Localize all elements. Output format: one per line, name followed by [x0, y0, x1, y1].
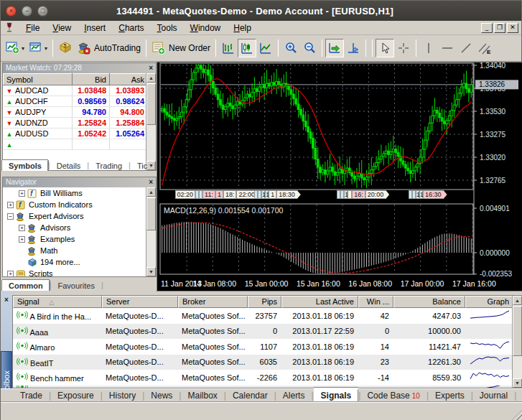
signals-col-last-active[interactable]: Last Active: [281, 296, 358, 308]
navigator-close-icon[interactable]: ×: [149, 178, 153, 187]
news-badge[interactable]: 18:: [223, 190, 237, 199]
market-watch-col-bid[interactable]: Bid: [73, 74, 110, 85]
window-close-button[interactable]: ×: [6, 6, 17, 17]
expand-plus-icon[interactable]: +: [7, 202, 14, 208]
candlestick-chart-canvas[interactable]: 1.340401.337851.335301.332751.330201.327…: [157, 62, 522, 291]
window-minimize-button[interactable]: −: [22, 6, 32, 17]
navigator-scrollbar[interactable]: ▲ ▼: [146, 187, 156, 276]
signals-col-balance[interactable]: Balance: [393, 296, 465, 308]
news-badge[interactable]: 18:30: [276, 190, 301, 199]
signals-row[interactable]: AlmaroMetaQuotes-D...MetaQuotes Sof...11…: [13, 339, 522, 355]
market-watch-scrollbar[interactable]: ▲ ▼: [146, 73, 156, 170]
menu-item-tools[interactable]: Tools: [151, 22, 184, 34]
signals-scrollbar[interactable]: ▲ ▼: [512, 296, 522, 388]
horizontal-line-button[interactable]: [438, 39, 457, 57]
scroll-up-icon[interactable]: ▲: [146, 187, 156, 197]
tree-item-expert-advisors[interactable]: −Expert Advisors: [3, 210, 147, 222]
news-badge[interactable]: 1: [269, 190, 276, 199]
signals-col-pips[interactable]: Pips: [248, 296, 281, 308]
market-watch-row[interactable]: ▲ AUDCHF0.985690.98624: [4, 96, 148, 107]
signals-col-graph[interactable]: Graph: [465, 296, 513, 308]
tab-exposure[interactable]: Exposure: [51, 390, 101, 401]
tab-alerts[interactable]: Alerts: [276, 390, 312, 401]
tree-item-math[interactable]: Math: [3, 245, 147, 256]
scroll-thumb[interactable]: [146, 83, 156, 125]
tree-item-194-more-[interactable]: 194 more...: [3, 256, 147, 268]
vertical-line-button[interactable]: [419, 39, 438, 57]
signals-row[interactable]: BeatITMetaQuotes-D...MetaQuotes Sof...60…: [13, 355, 522, 370]
toolbox-close-icon[interactable]: ×: [2, 296, 11, 304]
tree-item-examples[interactable]: +Examples: [3, 233, 147, 245]
market-watch-row[interactable]: ▼ AUDCAD1.038481.03893: [4, 85, 148, 96]
new-order-button[interactable]: New Order: [149, 39, 213, 57]
navigator-tab-favourites[interactable]: Favourites: [52, 280, 101, 291]
price-chart[interactable]: 1.340401.337851.335301.332751.330201.327…: [157, 62, 522, 291]
resize-grip[interactable]: [512, 410, 522, 420]
market-watch-tab-trading[interactable]: Trading: [89, 160, 129, 171]
expand-plus-icon[interactable]: +: [19, 190, 25, 197]
tab-history[interactable]: History: [103, 390, 142, 401]
window-maximize-button[interactable]: □: [37, 6, 48, 17]
market-watch-row[interactable]: ▲ AUDUSD1.052421.05264: [4, 129, 148, 139]
crosshair-button[interactable]: [394, 39, 413, 57]
news-badge[interactable]: 16:: [352, 190, 365, 199]
signals-row[interactable]: A Bird in the Ha...MetaQuotes-D...MetaQu…: [13, 308, 522, 324]
expand-plus-icon[interactable]: +: [19, 225, 25, 231]
scroll-thumb[interactable]: [146, 197, 156, 230]
scroll-down-icon[interactable]: ▼: [513, 378, 522, 388]
market-watch-header[interactable]: Market Watch: 07:29:28 ×: [3, 63, 156, 73]
market-watch-tab-symbols[interactable]: Symbols: [2, 160, 48, 171]
tab-journal[interactable]: Journal: [473, 390, 514, 401]
signals-col-broker[interactable]: Broker: [178, 296, 248, 308]
menu-item-help[interactable]: Help: [227, 22, 258, 34]
new-chart-button[interactable]: ▾: [4, 39, 27, 57]
news-badge[interactable]: 16:30: [423, 190, 447, 199]
market-watch-tab-details[interactable]: Details: [50, 160, 88, 171]
collapse-minus-icon[interactable]: −: [7, 213, 14, 220]
expand-plus-icon[interactable]: +: [7, 271, 14, 277]
menu-item-insert[interactable]: Insert: [78, 22, 112, 34]
news-badge[interactable]: 02:20: [175, 190, 196, 199]
menu-item-window[interactable]: Window: [184, 22, 228, 34]
tree-item-advisors[interactable]: +Advisors: [3, 222, 147, 233]
bar-chart-button[interactable]: [219, 39, 238, 57]
tab-code-base[interactable]: Code Base10: [360, 390, 427, 401]
navigator-tab-common[interactable]: Common: [2, 280, 50, 291]
chart-shift-button[interactable]: [344, 39, 363, 57]
scroll-up-icon[interactable]: ▲: [513, 296, 522, 305]
zoom-in-button[interactable]: [281, 39, 300, 57]
signals-col-server[interactable]: Server: [102, 296, 178, 308]
market-watch-col-ask[interactable]: Ask: [110, 74, 148, 85]
news-badge[interactable]: 20:00: [365, 190, 390, 199]
tab-signals[interactable]: Signals: [314, 389, 359, 402]
scroll-thumb[interactable]: [513, 306, 522, 356]
menu-item-charts[interactable]: Charts: [112, 22, 150, 34]
cursor-button[interactable]: [376, 39, 394, 57]
expand-plus-icon[interactable]: +: [19, 236, 25, 243]
auto-scroll-button[interactable]: [325, 39, 344, 57]
tree-item-custom-indicators[interactable]: +fCustom Indicators: [3, 199, 147, 210]
mdi-minimize-button[interactable]: _: [481, 23, 493, 33]
market-watch-row[interactable]: ▼ AUDNZD1.258241.25884: [4, 118, 148, 129]
equidistant-channel-button[interactable]: E: [475, 39, 494, 57]
candlestick-chart-button[interactable]: [238, 39, 256, 57]
signals-row[interactable]: AaaaMetaQuotes-D...MetaQuotes Sof...0201…: [13, 324, 522, 340]
market-watch-close-icon[interactable]: ×: [149, 64, 153, 73]
tab-experts[interactable]: Experts: [429, 390, 471, 401]
mdi-restore-button[interactable]: ❐: [494, 23, 505, 33]
menu-item-file[interactable]: File: [19, 22, 46, 34]
tree-item-scripts[interactable]: +Scripts: [3, 268, 147, 276]
signals-row[interactable]: Bench hammerMetaQuotes-D...MetaQuotes So…: [13, 370, 522, 386]
autotrading-button[interactable]: AutoTrading: [75, 39, 143, 57]
title-bar[interactable]: × − □ 1344491 - MetaQuotes-Demo - Demo A…: [1, 1, 521, 21]
tab-mailbox[interactable]: Mailbox: [181, 390, 223, 401]
market-watch-row[interactable]: ▼ AUDJPY94.78094.800: [4, 107, 148, 118]
news-badge[interactable]: 11:: [202, 190, 215, 199]
market-watch-tab-tic[interactable]: Tic: [131, 160, 154, 171]
menu-item-view[interactable]: View: [46, 22, 78, 34]
tab-calendar[interactable]: Calendar: [226, 390, 274, 401]
mdi-close-button[interactable]: ✕: [507, 23, 518, 33]
line-chart-button[interactable]: [256, 39, 275, 57]
market-watch-col-symbol[interactable]: Symbol: [4, 74, 73, 85]
signals-col-win-[interactable]: Win ...: [358, 296, 393, 308]
